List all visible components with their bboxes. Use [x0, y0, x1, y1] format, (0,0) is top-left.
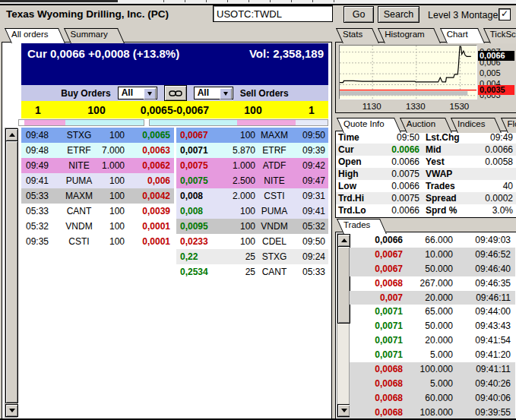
tab-trades[interactable]: Trades	[337, 219, 385, 234]
tab-quote-info[interactable]: Quote Info	[337, 118, 400, 133]
trades-scrollbar[interactable]	[337, 233, 350, 418]
search-button[interactable]: Search	[378, 6, 419, 23]
quote-tab-bar: Quote InfoAuctionIndicesFlow	[337, 118, 516, 131]
quote-label: Spread	[419, 192, 470, 204]
tab-chart[interactable]: Chart	[440, 28, 483, 43]
ask-row[interactable]: 0,2225STXG09:24	[176, 249, 328, 264]
bid-row[interactable]: 09:48STXG1000,0065	[21, 128, 174, 143]
trade-time: 09:46:35	[453, 276, 515, 291]
tab-label: Trades	[343, 220, 370, 229]
tab-label: Indices	[457, 119, 485, 128]
ask-mm: PUMA	[255, 204, 293, 219]
bid-depth-bar	[18, 119, 144, 126]
ask-price: 0,0095	[176, 219, 226, 234]
ask-mm: NITE	[255, 173, 293, 188]
chevron-down-icon[interactable]	[220, 88, 232, 99]
trade-price: 0,0068	[350, 406, 403, 420]
trade-row: 0,00720.00009:46:11	[350, 291, 515, 305]
quote-label: Low	[336, 180, 376, 192]
bid-row[interactable]: 05:33MAXM1000,0042	[21, 188, 174, 204]
tab-label: TickScope	[490, 30, 516, 39]
order-filter-bar: Buy Orders All All Sell Orders	[21, 85, 328, 101]
tab-stats[interactable]: Stats	[336, 28, 378, 43]
ask-row[interactable]: 0,00715.870ETRF09:39	[176, 143, 328, 158]
sell-filter-dropdown[interactable]: All	[194, 87, 233, 99]
scrollbar-thumb[interactable]	[5, 141, 18, 403]
ask-time: 05:33	[293, 264, 328, 279]
quote-row: Time09:50Lst.Chg09:49	[336, 131, 516, 144]
trade-price: 0,0068	[350, 362, 403, 377]
tab-label: Flow	[508, 119, 516, 128]
sell-filter-value: All	[198, 87, 209, 98]
trade-size: 267.000	[403, 276, 453, 291]
ask-count: 1	[295, 104, 328, 116]
trade-price: 0,0067	[350, 262, 403, 276]
bid-size: 100	[99, 188, 125, 204]
tab-indices[interactable]: Indices	[451, 118, 500, 133]
ask-row[interactable]: 0,00752.500NITE09:47	[176, 173, 328, 188]
bid-row[interactable]: 05:32VNDM1000,0001	[21, 219, 174, 234]
ask-time: 05:32	[293, 219, 328, 234]
bid-time: 09:48	[21, 128, 59, 143]
scroll-down-icon[interactable]	[337, 404, 350, 417]
trade-time: 09:46:40	[453, 262, 515, 276]
ask-mm: CDEL	[255, 234, 293, 249]
tab-all-orders[interactable]: All orders	[5, 28, 64, 43]
bid-row[interactable]: 05:33CANT1000,0039	[21, 204, 174, 219]
quote-value: 0.0002	[470, 192, 516, 204]
scroll-up-icon[interactable]	[5, 128, 18, 141]
tab-tickscope[interactable]: TickScope	[483, 28, 516, 43]
quote-value	[470, 168, 516, 180]
scroll-down-icon[interactable]	[5, 404, 18, 417]
bid-row[interactable]: 09:48ETRF7.0000,0063	[21, 143, 174, 158]
scrollbar-thumb[interactable]	[337, 246, 350, 324]
quote-value: 0.0058	[470, 156, 516, 168]
x-axis-tick: 1130	[362, 102, 381, 111]
bid-size: 100	[99, 173, 125, 188]
tab-summary[interactable]: Summary	[64, 28, 123, 43]
trade-list: 0,006666.00009:49:030,006710.00009:46:52…	[350, 233, 515, 420]
chevron-down-icon[interactable]	[144, 88, 156, 99]
ask-size: 100	[226, 128, 255, 143]
scroll-up-icon[interactable]	[337, 234, 350, 247]
ask-price: 0,0075	[176, 173, 226, 188]
montage-checkbox[interactable]: ✓	[499, 8, 511, 21]
buy-filter-dropdown[interactable]: All	[118, 87, 157, 99]
ask-row[interactable]: 0,253425CANT05:33	[176, 264, 328, 279]
ask-row[interactable]: 0,0067100MAXM09:50	[176, 128, 328, 143]
depth-pressure-bars	[2, 119, 331, 126]
bid-row[interactable]: 09:49NITE1.0000,0062	[21, 158, 174, 173]
ask-row[interactable]: 0,008100PUMA09:41	[176, 204, 328, 219]
bid-size: 1.000	[99, 158, 125, 173]
tab-flow[interactable]: Flow	[501, 118, 516, 133]
tab-label: Stats	[343, 30, 362, 39]
go-button[interactable]: Go	[343, 6, 374, 23]
ask-row[interactable]: 0,0233100CDEL09:50	[176, 234, 328, 249]
price-chart-svg	[340, 46, 476, 99]
link-filters-button[interactable]	[164, 85, 187, 101]
trades-panel: 0,006666.00009:49:030,006710.00009:46:52…	[335, 232, 516, 420]
trade-size: 108.000	[403, 406, 453, 420]
tab-histogram[interactable]: Histogram	[378, 28, 439, 43]
trade-time: 09:49:03	[453, 233, 515, 248]
ask-row[interactable]: 0,00751.000ATDF09:42	[176, 158, 328, 173]
quote-value: 0.0075	[376, 192, 419, 204]
trade-size: 5.000	[403, 377, 453, 391]
trade-row: 0,00685.00009:40:26	[350, 377, 515, 391]
trade-time: 09:40:06	[453, 391, 515, 406]
symbol-input[interactable]	[213, 5, 333, 22]
sell-orders-label: Sell Orders	[240, 88, 289, 99]
quote-row: Trd.Hi0.0075Spread0.0002	[336, 192, 516, 204]
page-title: Texas Wyoming Drilling, Inc. (PC)	[6, 8, 169, 20]
ask-row[interactable]: 0,0095100VNDM05:32	[176, 219, 328, 234]
montage-scrollbar[interactable]	[5, 128, 17, 418]
tab-auction[interactable]: Auction	[400, 118, 451, 133]
bid-row[interactable]: 09:35CSTI1000,0001	[21, 234, 174, 249]
montage-header: Cur 0,0066 +0,0008 (+13.8%) Vol: 2,358,1…	[21, 43, 328, 85]
trade-price: 0,0068	[350, 276, 403, 291]
quote-label: Open	[336, 156, 376, 168]
ask-row[interactable]: 0,0082.000CSTI09:31	[176, 188, 328, 204]
bid-price: 0,0001	[125, 219, 174, 234]
quote-label: Lst.Chg	[419, 131, 470, 144]
bid-row[interactable]: 09:41PUMA1000,006	[21, 173, 174, 188]
